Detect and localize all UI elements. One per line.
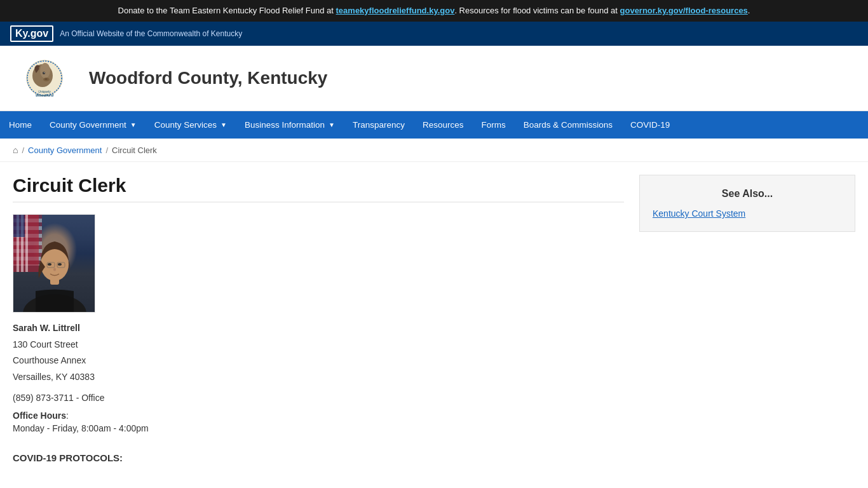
nav-business-information[interactable]: Business Information ▼ [236, 111, 344, 139]
nav-county-government[interactable]: County Government ▼ [41, 111, 146, 139]
nav-covid19[interactable]: COVID-19 [621, 111, 679, 139]
office-hours-colon: : [66, 410, 69, 421]
contact-phone: (859) 873-3711 - Office [13, 393, 624, 403]
alert-text: Donate to the Team Eastern Kentucky Floo… [118, 6, 336, 15]
contact-name: Sarah W. Littrell [13, 323, 624, 333]
alert-bar: Donate to the Team Eastern Kentucky Floo… [0, 0, 868, 22]
alert-link-1[interactable]: teamekyfloodrelieffund.ky.gov [336, 6, 455, 15]
svg-text:Woodford: Woodford [36, 93, 54, 97]
contact-address: 130 Court Street Courthouse Annex Versai… [13, 337, 624, 385]
nav-forms[interactable]: Forms [472, 111, 514, 139]
breadcrumb: ⌂ / County Government / Circuit Clerk [0, 139, 868, 162]
breadcrumb-current: Circuit Clerk [112, 146, 157, 155]
svg-point-20 [48, 263, 51, 266]
breadcrumb-sep-2: / [105, 146, 108, 155]
logo-svg: Uniquely Woodford [16, 58, 73, 99]
svg-point-2 [40, 63, 50, 78]
nav-boards-commissions[interactable]: Boards & Commissions [515, 111, 621, 139]
svg-point-6 [45, 78, 46, 79]
office-hours-value: Monday - Friday, 8:00am - 4:00pm [13, 423, 624, 433]
nav-home[interactable]: Home [0, 111, 41, 139]
site-logo: Uniquely Woodford [13, 56, 76, 100]
svg-point-3 [43, 72, 45, 74]
covid-title: COVID-19 PROTOCOLS: [13, 452, 624, 463]
office-hours: Office Hours: [13, 410, 624, 421]
kygov-subtitle: An Official Website of the Commonwealth … [60, 29, 242, 38]
photo-overlay [13, 215, 95, 313]
county-services-arrow: ▼ [220, 121, 227, 128]
svg-point-21 [58, 263, 62, 266]
svg-point-4 [44, 72, 44, 73]
alert-link-2[interactable]: governor.ky.gov/flood-resources [620, 6, 748, 15]
see-also-box: See Also... Kentucky Court System [639, 175, 855, 232]
county-government-arrow: ▼ [130, 121, 137, 128]
content-wrapper: Circuit Clerk [0, 162, 868, 476]
site-title: Woodford County, Kentucky [89, 68, 327, 88]
photo-inner [13, 215, 95, 312]
kygov-bar: Ky.gov An Official Website of the Common… [0, 22, 868, 46]
nav-transparency[interactable]: Transparency [344, 111, 414, 139]
alert-mid-text: . Resources for flood victims can be fou… [454, 6, 620, 15]
svg-point-7 [46, 78, 48, 79]
office-hours-label: Office Hours [13, 410, 66, 421]
person-photo [13, 214, 95, 313]
main-content: Circuit Clerk [13, 175, 624, 463]
breadcrumb-sep-1: / [22, 146, 24, 155]
address-line2: Courthouse Annex [13, 353, 624, 369]
svg-rect-15 [25, 215, 28, 272]
kygov-logo: Ky.gov [10, 25, 53, 42]
site-header: Uniquely Woodford Woodford County, Kentu… [0, 46, 868, 111]
covid-section: COVID-19 PROTOCOLS: [13, 452, 624, 463]
address-line3: Versailles, KY 40383 [13, 369, 624, 385]
page-title: Circuit Clerk [13, 175, 624, 203]
main-nav: Home County Government ▼ County Services… [0, 111, 868, 139]
svg-point-22 [53, 268, 56, 271]
home-icon[interactable]: ⌂ [13, 145, 18, 155]
see-also-title: See Also... [653, 188, 842, 200]
business-info-arrow: ▼ [329, 121, 335, 128]
sidebar: See Also... Kentucky Court System [639, 175, 855, 463]
address-line1: 130 Court Street [13, 337, 624, 353]
alert-end-text: . [748, 6, 750, 15]
svg-rect-16 [13, 215, 25, 237]
nav-resources[interactable]: Resources [414, 111, 473, 139]
nav-county-services[interactable]: County Services ▼ [146, 111, 236, 139]
kentucky-court-system-link[interactable]: Kentucky Court System [653, 208, 842, 219]
breadcrumb-county-gov[interactable]: County Government [28, 146, 102, 155]
